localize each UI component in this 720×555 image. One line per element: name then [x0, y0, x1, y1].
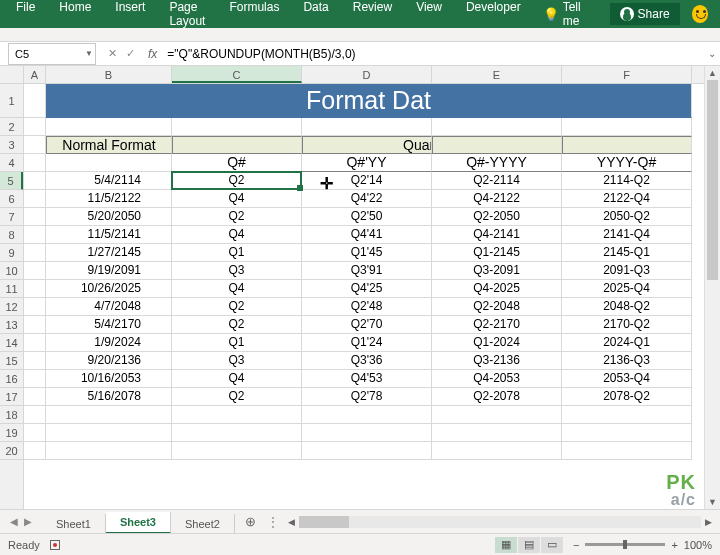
cell-D12[interactable]: Q2'48 — [302, 298, 432, 316]
cell-F16[interactable]: 2053-Q4 — [562, 370, 692, 388]
cell-A8[interactable] — [24, 226, 46, 244]
cell-A16[interactable] — [24, 370, 46, 388]
cell-C3[interactable] — [172, 136, 302, 154]
cell-D13[interactable]: Q2'70 — [302, 316, 432, 334]
ribbon-tab-developer[interactable]: Developer — [454, 0, 533, 34]
cell-B13[interactable]: 5/4/2170 — [46, 316, 172, 334]
cell-E20[interactable] — [432, 442, 562, 460]
cell-F5[interactable]: 2114-Q2 — [562, 172, 692, 190]
cell-C20[interactable] — [172, 442, 302, 460]
cell-D7[interactable]: Q2'50 — [302, 208, 432, 226]
cell-D9[interactable]: Q1'45 — [302, 244, 432, 262]
cell-C5[interactable]: Q2 — [172, 172, 302, 190]
cell-F12[interactable]: 2048-Q2 — [562, 298, 692, 316]
sheet-tab-sheet3[interactable]: Sheet3 — [106, 512, 171, 534]
cell-A19[interactable] — [24, 424, 46, 442]
cell-B7[interactable]: 5/20/2050 — [46, 208, 172, 226]
cell-A6[interactable] — [24, 190, 46, 208]
cell-B19[interactable] — [46, 424, 172, 442]
expand-formula-icon[interactable]: ⌄ — [704, 48, 720, 59]
column-header-D[interactable]: D — [302, 66, 432, 83]
cell-D11[interactable]: Q4'25 — [302, 280, 432, 298]
row-header-7[interactable]: 7 — [0, 208, 23, 226]
tell-me[interactable]: 💡Tell me — [533, 0, 606, 32]
cell-F3[interactable] — [562, 136, 692, 154]
cell-B10[interactable]: 9/19/2091 — [46, 262, 172, 280]
cell-C8[interactable]: Q4 — [172, 226, 302, 244]
cell-E9[interactable]: Q1-2145 — [432, 244, 562, 262]
ribbon-tab-page-layout[interactable]: Page Layout — [157, 0, 217, 34]
cell-C13[interactable]: Q2 — [172, 316, 302, 334]
column-header-E[interactable]: E — [432, 66, 562, 83]
row-header-5[interactable]: 5 — [0, 172, 23, 190]
cell-E4[interactable]: Q#-YYYY — [432, 154, 562, 172]
ribbon-tab-formulas[interactable]: Formulas — [217, 0, 291, 34]
cell-C14[interactable]: Q1 — [172, 334, 302, 352]
cell-B9[interactable]: 1/27/2145 — [46, 244, 172, 262]
cell-A9[interactable] — [24, 244, 46, 262]
sheet-tab-sheet1[interactable]: Sheet1 — [42, 514, 106, 534]
cell-A2[interactable] — [24, 118, 46, 136]
column-header-C[interactable]: C — [172, 66, 302, 83]
cell-D4[interactable]: Q#'YY — [302, 154, 432, 172]
feedback-icon[interactable] — [692, 5, 708, 23]
cell-D18[interactable] — [302, 406, 432, 424]
cell-A11[interactable] — [24, 280, 46, 298]
cell-F7[interactable]: 2050-Q2 — [562, 208, 692, 226]
cell-C1[interactable] — [172, 84, 302, 118]
cell-D15[interactable]: Q3'36 — [302, 352, 432, 370]
cell-F17[interactable]: 2078-Q2 — [562, 388, 692, 406]
cell-E10[interactable]: Q3-2091 — [432, 262, 562, 280]
cell-D6[interactable]: Q4'22 — [302, 190, 432, 208]
ribbon-tab-view[interactable]: View — [404, 0, 454, 34]
sheet-nav-first-icon[interactable]: ◀ — [10, 516, 18, 527]
cell-C12[interactable]: Q2 — [172, 298, 302, 316]
cell-A20[interactable] — [24, 442, 46, 460]
cell-E19[interactable] — [432, 424, 562, 442]
chevron-down-icon[interactable]: ▼ — [85, 49, 93, 58]
scroll-up-icon[interactable]: ▲ — [705, 66, 720, 80]
normal-view-button[interactable]: ▦ — [495, 537, 517, 553]
zoom-slider[interactable] — [585, 543, 665, 546]
cell-B15[interactable]: 9/20/2136 — [46, 352, 172, 370]
row-header-20[interactable]: 20 — [0, 442, 23, 460]
scroll-right-icon[interactable]: ▶ — [705, 517, 712, 527]
cell-D20[interactable] — [302, 442, 432, 460]
page-layout-view-button[interactable]: ▤ — [518, 537, 540, 553]
cell-C17[interactable]: Q2 — [172, 388, 302, 406]
cell-F19[interactable] — [562, 424, 692, 442]
cell-B14[interactable]: 1/9/2024 — [46, 334, 172, 352]
cell-D16[interactable]: Q4'53 — [302, 370, 432, 388]
row-header-4[interactable]: 4 — [0, 154, 23, 172]
cell-C4[interactable]: Q# — [172, 154, 302, 172]
cell-D5[interactable]: Q2'14 — [302, 172, 432, 190]
row-header-15[interactable]: 15 — [0, 352, 23, 370]
cell-E8[interactable]: Q4-2141 — [432, 226, 562, 244]
name-box[interactable]: C5▼ — [8, 43, 96, 65]
cell-F13[interactable]: 2170-Q2 — [562, 316, 692, 334]
cell-E13[interactable]: Q2-2170 — [432, 316, 562, 334]
cell-A14[interactable] — [24, 334, 46, 352]
cell-A15[interactable] — [24, 352, 46, 370]
cells-area[interactable]: ABCDEF Format Dates as Yearly QuartersNo… — [24, 66, 720, 509]
row-header-18[interactable]: 18 — [0, 406, 23, 424]
sheet-tab-sheet2[interactable]: Sheet2 — [171, 514, 235, 534]
vertical-scrollbar[interactable]: ▲ ▼ — [704, 66, 720, 509]
cell-C19[interactable] — [172, 424, 302, 442]
cell-F14[interactable]: 2024-Q1 — [562, 334, 692, 352]
cell-F10[interactable]: 2091-Q3 — [562, 262, 692, 280]
formula-input[interactable] — [163, 47, 704, 61]
cell-B5[interactable]: 5/4/2114 — [46, 172, 172, 190]
row-header-2[interactable]: 2 — [0, 118, 23, 136]
cell-F15[interactable]: 2136-Q3 — [562, 352, 692, 370]
cell-E14[interactable]: Q1-2024 — [432, 334, 562, 352]
cell-A3[interactable] — [24, 136, 46, 154]
cell-A4[interactable] — [24, 154, 46, 172]
cell-C2[interactable] — [172, 118, 302, 136]
zoom-in-button[interactable]: + — [671, 539, 677, 551]
column-header-A[interactable]: A — [24, 66, 46, 83]
cell-C11[interactable]: Q4 — [172, 280, 302, 298]
cell-D17[interactable]: Q2'78 — [302, 388, 432, 406]
row-header-10[interactable]: 10 — [0, 262, 23, 280]
cell-D14[interactable]: Q1'24 — [302, 334, 432, 352]
